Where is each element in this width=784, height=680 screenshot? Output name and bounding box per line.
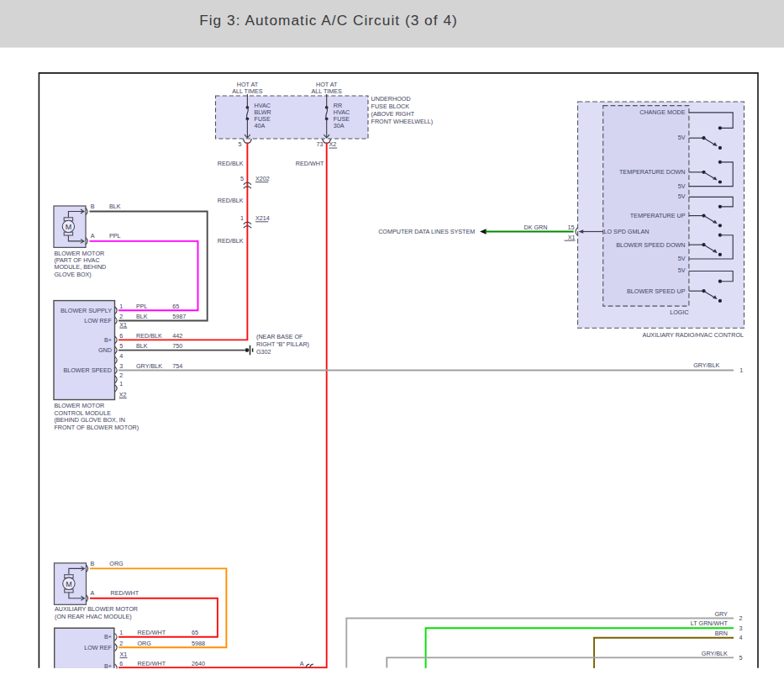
svg-text:X1: X1 [120, 651, 128, 658]
svg-text:RED/BLK: RED/BLK [218, 197, 244, 204]
svg-text:6: 6 [119, 660, 123, 667]
svg-text:RED/WHT: RED/WHT [138, 660, 166, 667]
svg-text:442: 442 [172, 332, 182, 340]
svg-text:40A: 40A [255, 122, 266, 129]
svg-text:2: 2 [119, 372, 123, 379]
svg-text:3: 3 [119, 362, 123, 370]
svg-text:BLOWER SUPPLY: BLOWER SUPPLY [61, 307, 112, 314]
svg-text:B+: B+ [104, 633, 112, 640]
svg-text:5V: 5V [678, 255, 686, 262]
svg-text:BRN: BRN [715, 630, 728, 637]
svg-text:GRY: GRY [714, 610, 728, 618]
svg-text:HOT AT: HOT AT [237, 81, 259, 88]
svg-text:RED/BLK: RED/BLK [218, 160, 244, 167]
svg-text:LT GRN/WHT: LT GRN/WHT [691, 619, 729, 627]
svg-text:CHANGE MODE: CHANGE MODE [639, 108, 686, 116]
svg-text:BLOWER SPEED: BLOWER SPEED [63, 366, 112, 374]
svg-text:X2: X2 [119, 391, 127, 398]
svg-text:BLK: BLK [136, 313, 148, 320]
svg-text:1: 1 [739, 366, 743, 374]
svg-text:A: A [300, 660, 304, 667]
svg-text:5V: 5V [678, 182, 686, 190]
svg-text:X1: X1 [119, 321, 127, 329]
svg-text:X2: X2 [329, 140, 337, 148]
svg-text:1: 1 [119, 629, 123, 636]
svg-text:5V: 5V [678, 134, 686, 141]
svg-text:GRY/BLK: GRY/BLK [693, 361, 719, 369]
svg-text:GLOVE BOX): GLOVE BOX) [54, 271, 91, 278]
svg-text:M: M [66, 580, 72, 588]
svg-text:A: A [91, 232, 95, 240]
svg-text:GRY/BLK: GRY/BLK [136, 362, 162, 370]
svg-text:(NEAR BASE OF: (NEAR BASE OF [256, 333, 303, 340]
svg-text:TEMPERATURE UP: TEMPERATURE UP [630, 212, 686, 219]
svg-text:6: 6 [119, 332, 123, 340]
svg-text:2: 2 [119, 313, 123, 320]
svg-text:ORG: ORG [138, 640, 152, 647]
svg-text:ORG: ORG [109, 560, 124, 567]
svg-text:65: 65 [172, 303, 179, 310]
svg-text:4: 4 [739, 634, 743, 641]
svg-text:750: 750 [172, 342, 182, 350]
svg-text:TEMPERATURE DOWN: TEMPERATURE DOWN [619, 168, 686, 176]
svg-text:BLOWER SPEED UP: BLOWER SPEED UP [627, 287, 686, 295]
svg-text:2: 2 [119, 640, 123, 647]
svg-text:GRY/BLK: GRY/BLK [702, 650, 728, 657]
svg-text:LOW REF: LOW REF [84, 644, 112, 651]
svg-text:M: M [66, 223, 72, 231]
svg-text:5: 5 [119, 342, 123, 350]
svg-text:RED/WHT: RED/WHT [111, 589, 139, 597]
svg-text:5: 5 [239, 140, 242, 148]
svg-text:4: 4 [119, 352, 123, 360]
svg-text:2640: 2640 [192, 660, 205, 667]
svg-text:RED/BLK: RED/BLK [218, 237, 244, 245]
svg-text:Fig 3: Automatic A/C Circuit (: Fig 3: Automatic A/C Circuit (3 of 4) [199, 12, 458, 29]
svg-text:754: 754 [172, 362, 182, 370]
svg-text:5: 5 [739, 654, 743, 662]
svg-text:B+: B+ [104, 336, 112, 344]
svg-text:BLOWER SPEED DOWN: BLOWER SPEED DOWN [616, 241, 685, 249]
svg-text:65: 65 [192, 629, 198, 636]
svg-text:PPL: PPL [136, 303, 148, 310]
svg-text:5V: 5V [678, 192, 686, 200]
svg-text:COMPUTER DATA LINES SYSTEM: COMPUTER DATA LINES SYSTEM [378, 228, 475, 235]
svg-text:1: 1 [240, 214, 244, 222]
svg-text:73: 73 [317, 140, 324, 148]
svg-text:PPL: PPL [109, 232, 121, 240]
svg-text:5: 5 [240, 175, 244, 182]
svg-text:FUSE BLOCK: FUSE BLOCK [371, 103, 410, 110]
svg-text:5987: 5987 [172, 313, 186, 320]
svg-text:1: 1 [119, 303, 123, 310]
svg-text:DK GRN: DK GRN [524, 224, 548, 231]
svg-text:LOGIC: LOGIC [670, 308, 688, 316]
svg-text:30A: 30A [334, 122, 345, 129]
svg-text:B: B [91, 203, 95, 210]
svg-text:LOW REF: LOW REF [84, 317, 112, 324]
svg-text:2: 2 [739, 614, 743, 622]
svg-text:15: 15 [568, 224, 575, 231]
svg-text:RED/WHT: RED/WHT [296, 160, 324, 167]
svg-text:BLK: BLK [109, 203, 121, 210]
svg-text:X202: X202 [255, 175, 270, 182]
svg-text:HOT AT: HOT AT [316, 81, 338, 88]
svg-text:AUXILIARY RADIO/HVAC CONTROL: AUXILIARY RADIO/HVAC CONTROL [642, 331, 744, 339]
svg-text:5988: 5988 [192, 640, 205, 647]
svg-text:UNDERHOOD: UNDERHOOD [371, 95, 411, 103]
svg-text:FRONT WHEELWELL): FRONT WHEELWELL) [371, 118, 434, 125]
svg-text:RED/BLK: RED/BLK [136, 332, 162, 340]
svg-text:FRONT OF BLOWER MOTOR): FRONT OF BLOWER MOTOR) [54, 424, 139, 431]
svg-text:LO SPD GMLAN: LO SPD GMLAN [604, 228, 650, 235]
svg-text:B+: B+ [104, 662, 112, 670]
svg-text:(ON REAR HVAC MODULE): (ON REAR HVAC MODULE) [55, 613, 132, 620]
svg-text:X1: X1 [568, 234, 576, 241]
svg-text:1: 1 [119, 380, 123, 387]
svg-text:RIGHT “B” PILLAR): RIGHT “B” PILLAR) [256, 340, 309, 348]
svg-text:3: 3 [739, 625, 743, 632]
svg-text:A: A [91, 589, 95, 597]
svg-text:5V: 5V [678, 266, 686, 274]
svg-text:GND: GND [98, 346, 112, 354]
svg-text:RED/WHT: RED/WHT [138, 629, 166, 636]
svg-text:(ABOVE RIGHT: (ABOVE RIGHT [371, 110, 415, 118]
svg-text:B: B [91, 560, 95, 567]
svg-text:BLK: BLK [136, 342, 148, 350]
